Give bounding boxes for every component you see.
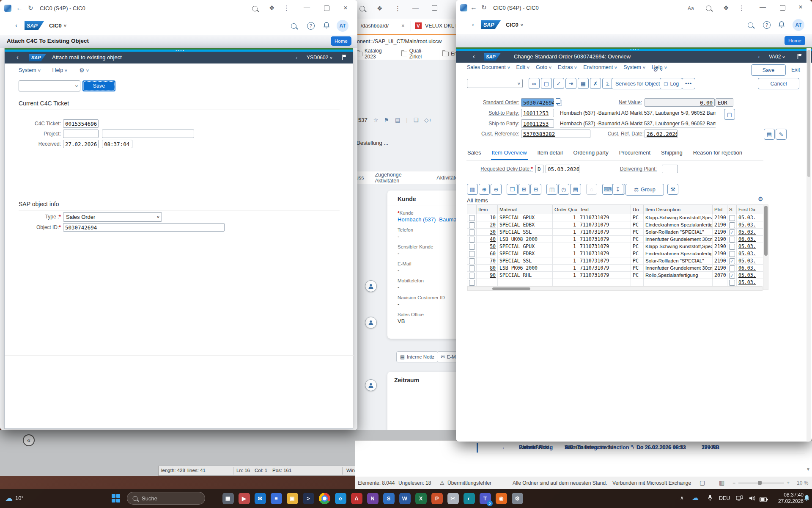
table-row[interactable]: 20 SPECIAL EDBX 1 7110731079 PC Eindeckr… — [467, 221, 763, 229]
command-combobox[interactable]: ∨ — [467, 79, 523, 88]
gear-menu-icon[interactable]: ⚙∨ — [653, 66, 662, 73]
availability-icon[interactable]: ◷ — [558, 184, 569, 195]
document-icon[interactable]: ▤ — [764, 129, 775, 140]
status-checkbox[interactable] — [729, 229, 735, 235]
copy-item-icon[interactable]: ❐ — [507, 184, 518, 195]
flag-icon[interactable] — [341, 54, 347, 62]
notepad-icon[interactable]: ≡ — [268, 490, 284, 507]
edge-icon[interactable]: e — [332, 490, 348, 507]
group-button[interactable]: ⚖Group — [625, 184, 664, 196]
network-icon[interactable] — [736, 495, 743, 503]
column-header[interactable]: Order Qua... — [553, 205, 578, 214]
weather-temp[interactable]: 10° — [15, 495, 24, 501]
list-icon[interactable]: ▤ — [395, 117, 400, 123]
minimize-icon[interactable]: — — [760, 3, 766, 11]
minimize-icon[interactable]: — — [304, 3, 310, 11]
delivering-plant-input[interactable] — [662, 165, 678, 173]
gear-menu-icon[interactable]: ⚙∨ — [79, 67, 88, 74]
extensions-icon[interactable]: ❖ — [269, 4, 274, 12]
search-icon[interactable] — [291, 23, 296, 30]
collapse-icon[interactable]: « — [23, 434, 35, 446]
terminal-icon[interactable]: > — [300, 490, 316, 507]
row-select-checkbox[interactable] — [469, 222, 475, 228]
settings-icon[interactable]: ⚙ — [509, 490, 525, 507]
tiles-icon[interactable]: ⊞ — [518, 184, 529, 195]
table-row[interactable]: 50 SPECIAL GPUX 1 7110731079 PC Klapp-Sc… — [467, 243, 763, 250]
save-button[interactable]: Save — [751, 64, 786, 76]
address-bar[interactable]: ponent=/SAP_UI_CT/Main/root.uiccw — [352, 35, 461, 48]
tcode-select[interactable]: VA02∨ — [769, 54, 785, 60]
layout-icon[interactable]: ▢ — [700, 479, 705, 486]
search-input[interactable]: Suche — [127, 492, 205, 505]
zoom-page-icon[interactable] — [252, 6, 258, 13]
item-overview-tab[interactable]: Item Overview — [491, 147, 528, 160]
status-checkbox[interactable] — [729, 237, 735, 243]
table-row[interactable]: 80 LSB PK06 2000 1 7110731079 PC Innenfu… — [467, 265, 763, 272]
row-select-checkbox[interactable] — [469, 251, 475, 257]
add-relation-icon[interactable]: ◇+ — [424, 117, 432, 123]
item-overview-tab[interactable]: Item detail — [537, 147, 564, 160]
menu-item[interactable]: Goto∨ — [536, 64, 551, 70]
cells-icon[interactable]: ⊟ — [530, 184, 541, 195]
object-id-input[interactable]: 5030742694 — [63, 223, 225, 232]
task-view-icon[interactable]: ▦ — [220, 490, 236, 507]
flag-icon[interactable]: ⚑ — [384, 117, 389, 123]
speaker-icon[interactable] — [749, 495, 755, 503]
media-icon[interactable]: ▶ — [236, 490, 252, 507]
column-header[interactable]: First Da — [737, 205, 763, 214]
app-title[interactable]: CIC0∨ — [49, 22, 66, 29]
scroll-down-icon[interactable]: ▼ — [806, 467, 810, 472]
status-checkbox[interactable] — [729, 273, 735, 279]
help-icon[interactable]: ? — [307, 22, 315, 30]
table-vscrollbar[interactable] — [763, 204, 768, 290]
column-header[interactable]: Item Description — [644, 205, 713, 214]
zoom-slider-handle[interactable] — [758, 481, 762, 485]
kebab-menu-icon[interactable]: ⋮ — [738, 4, 745, 12]
tab-dashboard[interactable]: /dashboard/ — [361, 23, 389, 29]
table-row[interactable]: 70 SPECIAL SSL 1 7110731079 PC Solar-Rol… — [467, 257, 763, 265]
maximize-icon[interactable] — [324, 5, 329, 13]
language-indicator[interactable]: DEU — [719, 495, 730, 501]
start-button[interactable] — [112, 494, 120, 502]
status-checkbox[interactable] — [729, 265, 735, 271]
cancel-button[interactable]: Cancel — [758, 78, 799, 89]
firefox-icon[interactable]: ◉ — [493, 490, 509, 507]
row-select-checkbox[interactable] — [469, 229, 475, 235]
item-overview-tab[interactable]: Procurement — [618, 147, 651, 160]
column-header[interactable] — [467, 205, 477, 214]
back-icon[interactable]: ← — [16, 4, 23, 12]
expand-chevron-icon[interactable]: › — [758, 53, 760, 60]
bell-icon[interactable] — [323, 22, 330, 30]
locked-icon[interactable]: ◌ — [586, 184, 597, 195]
row-select-checkbox[interactable] — [469, 280, 475, 286]
avatar[interactable]: AT — [337, 20, 348, 32]
maximize-icon[interactable] — [432, 5, 437, 12]
display-icon[interactable]: ∞ — [529, 78, 540, 89]
table-hscrollbar[interactable] — [467, 286, 763, 291]
minimize-icon[interactable]: — — [412, 4, 419, 11]
search-icon[interactable] — [748, 22, 753, 30]
item-overview-tab[interactable]: Ordering party — [573, 147, 609, 160]
more-button[interactable]: ••• — [682, 78, 695, 89]
kebab-menu-icon[interactable]: ⋮ — [395, 5, 401, 12]
menu-item[interactable]: System∨ — [623, 64, 645, 70]
stamp-icon[interactable]: ✎ — [776, 129, 787, 140]
zoom-in-icon[interactable]: + — [787, 480, 790, 486]
home-button[interactable]: Home — [785, 36, 805, 45]
menu-system[interactable]: System∨ — [19, 67, 41, 73]
back-chevron-icon[interactable]: ‹ — [473, 53, 475, 60]
page-scrollbar[interactable] — [807, 48, 811, 441]
check-icon[interactable]: ✓ — [553, 78, 564, 89]
assign-person-icon[interactable] — [365, 379, 377, 391]
activity-tab[interactable]: Zugehörige Aktivitäten — [375, 172, 425, 184]
onenote-icon[interactable]: N — [365, 490, 381, 507]
home-button[interactable]: Home — [331, 36, 351, 46]
save-button[interactable]: Save — [82, 80, 115, 91]
close-icon[interactable]: × — [798, 3, 803, 11]
email-row[interactable]: Roland Aldag WG: To integrate function "… — [477, 442, 805, 453]
add-item-icon[interactable]: ⊕ — [479, 184, 490, 195]
bookmark-item[interactable]: Katalog 2023 — [357, 48, 392, 60]
row-select-checkbox[interactable] — [469, 237, 475, 243]
item-search-icon[interactable]: ▥ — [467, 184, 478, 195]
note-icon[interactable]: ▤ — [570, 184, 581, 195]
